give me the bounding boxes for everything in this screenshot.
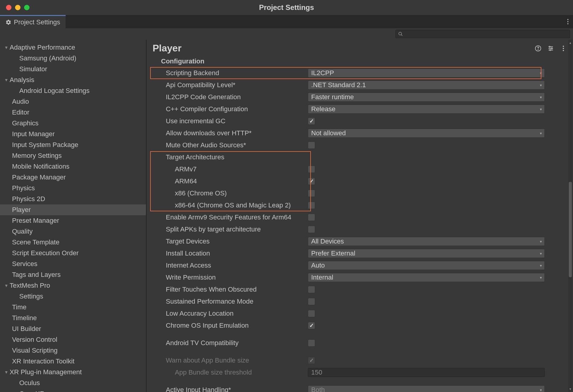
use-incr-gc-checkbox[interactable]	[308, 118, 315, 125]
sidebar-item-label: Audio	[12, 97, 29, 106]
sidebar-item-time[interactable]: Time	[0, 302, 146, 313]
minimize-window-button[interactable]	[15, 5, 20, 10]
active-input-label: Active Input Handling*	[161, 386, 308, 392]
il2cpp-codegen-dropdown[interactable]: Faster runtime▾	[308, 93, 545, 102]
active-input-dropdown[interactable]: Both▾	[308, 385, 545, 392]
android-tv-checkbox[interactable]	[308, 339, 315, 347]
settings-preset-icon[interactable]	[547, 45, 554, 52]
sidebar-item-settings[interactable]: Settings	[0, 291, 146, 302]
svg-point-14	[563, 48, 564, 49]
vertical-scrollbar[interactable]: ▴ ▾	[568, 40, 572, 392]
sidebar-item-samsung-android-[interactable]: Samsung (Android)	[0, 53, 146, 64]
chrome-input-checkbox[interactable]	[308, 322, 315, 329]
sidebar-item-label: Settings	[19, 292, 43, 301]
sidebar-item-graphics[interactable]: Graphics	[0, 118, 146, 129]
sidebar-item-textmesh-pro[interactable]: ▼TextMesh Pro	[0, 280, 146, 291]
close-window-button[interactable]	[6, 5, 11, 10]
low-accuracy-loc-label: Low Accuracy Location	[161, 310, 308, 317]
sidebar-item-visual-scripting[interactable]: Visual Scripting	[0, 345, 146, 356]
target-devices-dropdown[interactable]: All Devices▾	[308, 237, 545, 246]
sidebar-item-label: Mobile Notifications	[12, 162, 70, 171]
arm64-checkbox[interactable]	[308, 178, 315, 185]
search-field[interactable]	[395, 30, 570, 38]
warn-bundle-checkbox	[308, 357, 315, 364]
armv9-security-checkbox[interactable]	[308, 214, 315, 221]
sidebar-item-player[interactable]: Player	[0, 204, 146, 215]
sidebar-item-xr-interaction-toolkit[interactable]: XR Interaction Toolkit	[0, 356, 146, 367]
chevron-down-icon: ▾	[540, 388, 542, 392]
sidebar-item-mobile-notifications[interactable]: Mobile Notifications	[0, 161, 146, 172]
scrollbar-thumb[interactable]	[569, 182, 572, 277]
sidebar-item-label: Oculus	[19, 378, 40, 388]
install-location-dropdown[interactable]: Prefer External▾	[308, 249, 545, 258]
sidebar-item-services[interactable]: Services	[0, 259, 146, 269]
sidebar-item-script-execution-order[interactable]: Script Execution Order	[0, 248, 146, 259]
disclosure-triangle-icon[interactable]: ▼	[4, 281, 8, 290]
sidebar-item-label: Android Logcat Settings	[19, 86, 90, 96]
armv7-checkbox[interactable]	[308, 166, 315, 173]
bundle-threshold-field: 150	[308, 368, 545, 377]
filter-touches-checkbox[interactable]	[308, 286, 315, 293]
sidebar-item-input-system-package[interactable]: Input System Package	[0, 139, 146, 150]
sidebar-item-input-manager[interactable]: Input Manager	[0, 129, 146, 139]
write-permission-label: Write Permission	[161, 274, 308, 281]
allow-http-dropdown[interactable]: Not allowed▾	[308, 129, 545, 138]
sidebar-item-physics-2d[interactable]: Physics 2D	[0, 194, 146, 204]
sidebar-item-adaptive-performance[interactable]: ▼Adaptive Performance	[0, 42, 146, 53]
api-compat-dropdown[interactable]: .NET Standard 2.1▾	[308, 81, 545, 90]
scripting-backend-dropdown[interactable]: IL2CPP▾	[308, 69, 545, 78]
sidebar-item-quality[interactable]: Quality	[0, 226, 146, 237]
search-input[interactable]	[405, 31, 567, 37]
chrome-input-label: Chrome OS Input Emulation	[161, 322, 308, 329]
sidebar-item-timeline[interactable]: Timeline	[0, 313, 146, 323]
sidebar-item-audio[interactable]: Audio	[0, 96, 146, 107]
sidebar-item-label: Visual Scripting	[12, 346, 57, 355]
sidebar-item-physics[interactable]: Physics	[0, 183, 146, 194]
sidebar-item-label: Preset Manager	[12, 216, 59, 225]
maximize-window-button[interactable]	[24, 5, 29, 10]
disclosure-triangle-icon[interactable]: ▼	[4, 43, 8, 52]
tab-menu-button[interactable]	[563, 15, 573, 28]
sidebar-item-memory-settings[interactable]: Memory Settings	[0, 150, 146, 161]
sidebar-item-editor[interactable]: Editor	[0, 107, 146, 118]
sidebar-item-label: Services	[12, 259, 37, 269]
cpp-compiler-dropdown[interactable]: Release▾	[308, 105, 545, 114]
search-icon	[398, 32, 403, 36]
sidebar-item-scene-template[interactable]: Scene Template	[0, 237, 146, 248]
context-menu-icon[interactable]	[560, 45, 567, 52]
x86-64-checkbox[interactable]	[308, 202, 315, 209]
x86-checkbox[interactable]	[308, 190, 315, 197]
sidebar-item-xr-plug-in-management[interactable]: ▼XR Plug-in Management	[0, 367, 146, 378]
sidebar-item-tags-and-layers[interactable]: Tags and Layers	[0, 269, 146, 280]
disclosure-triangle-icon[interactable]: ▼	[4, 75, 8, 85]
sidebar-item-simulator[interactable]: Simulator	[0, 64, 146, 75]
chevron-down-icon: ▾	[540, 107, 542, 112]
tab-project-settings[interactable]: Project Settings	[0, 15, 66, 28]
chevron-down-icon: ▾	[540, 71, 542, 75]
sidebar-item-package-manager[interactable]: Package Manager	[0, 172, 146, 183]
window-title: Project Settings	[259, 3, 314, 12]
sidebar-item-oculus[interactable]: Oculus	[0, 378, 146, 388]
scroll-down-arrow-icon[interactable]: ▾	[568, 386, 572, 392]
svg-point-1	[567, 21, 568, 22]
low-accuracy-loc-checkbox[interactable]	[308, 310, 315, 317]
sidebar-item-label: XR Interaction Toolkit	[12, 357, 74, 366]
split-apks-checkbox[interactable]	[308, 226, 315, 233]
sidebar-item-label: Timeline	[12, 313, 37, 323]
sustained-perf-checkbox[interactable]	[308, 298, 315, 305]
sidebar-item-label: Adaptive Performance	[10, 43, 75, 52]
sidebar-item-ui-builder[interactable]: UI Builder	[0, 323, 146, 334]
mute-audio-checkbox[interactable]	[308, 142, 315, 149]
write-permission-dropdown[interactable]: Internal▾	[308, 273, 545, 282]
sidebar-item-analysis[interactable]: ▼Analysis	[0, 75, 146, 85]
sidebar-item-preset-manager[interactable]: Preset Manager	[0, 215, 146, 226]
disclosure-triangle-icon[interactable]: ▼	[4, 367, 8, 377]
api-compat-label: Api Compatibility Level*	[161, 81, 308, 89]
scroll-up-arrow-icon[interactable]: ▴	[568, 40, 572, 46]
sidebar-item-label: Analysis	[10, 75, 34, 85]
sidebar-item-openxr[interactable]: OpenXR	[0, 388, 146, 392]
internet-access-dropdown[interactable]: Auto▾	[308, 261, 545, 270]
help-icon[interactable]	[534, 45, 542, 52]
sidebar-item-android-logcat-settings[interactable]: Android Logcat Settings	[0, 85, 146, 96]
sidebar-item-version-control[interactable]: Version Control	[0, 334, 146, 345]
